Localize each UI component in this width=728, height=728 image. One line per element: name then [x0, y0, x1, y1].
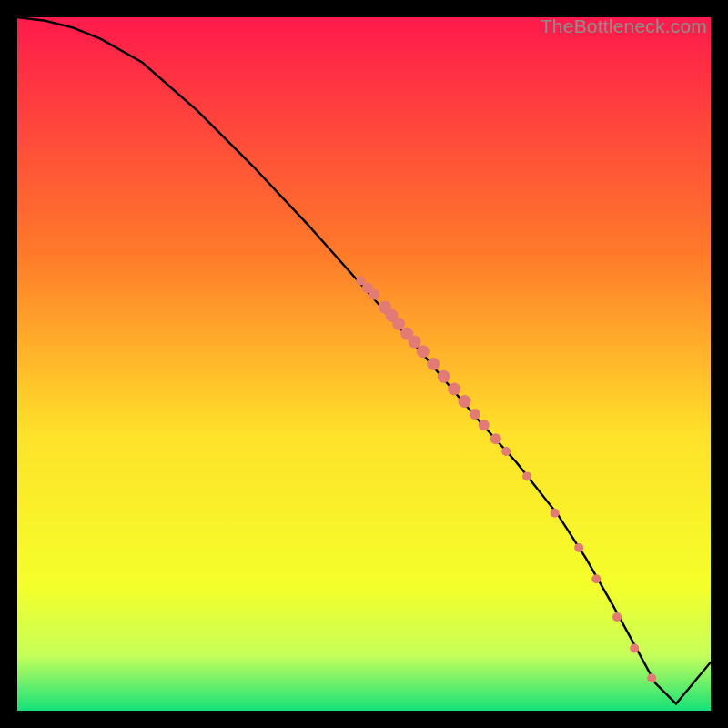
gradient-background	[17, 17, 711, 711]
data-dot	[369, 289, 379, 300]
data-dot	[459, 395, 471, 408]
watermark-text: TheBottleneck.com	[541, 15, 707, 37]
data-dot	[392, 318, 405, 330]
chart-frame: TheBottleneck.com	[17, 17, 711, 711]
data-dot	[647, 673, 656, 682]
data-dot	[592, 574, 601, 583]
data-dot	[501, 447, 511, 456]
data-dot	[479, 420, 490, 430]
data-dot	[630, 643, 639, 652]
data-dot	[574, 543, 583, 552]
data-dot	[448, 382, 460, 395]
data-dot	[551, 509, 560, 518]
chart-svg	[17, 17, 711, 711]
data-dot	[427, 358, 440, 370]
data-dot	[417, 345, 430, 358]
data-dot	[522, 471, 531, 480]
data-dot	[470, 409, 480, 420]
data-dot	[409, 336, 421, 349]
data-dot	[490, 433, 501, 444]
data-dot	[612, 612, 622, 622]
data-dot	[438, 370, 450, 383]
